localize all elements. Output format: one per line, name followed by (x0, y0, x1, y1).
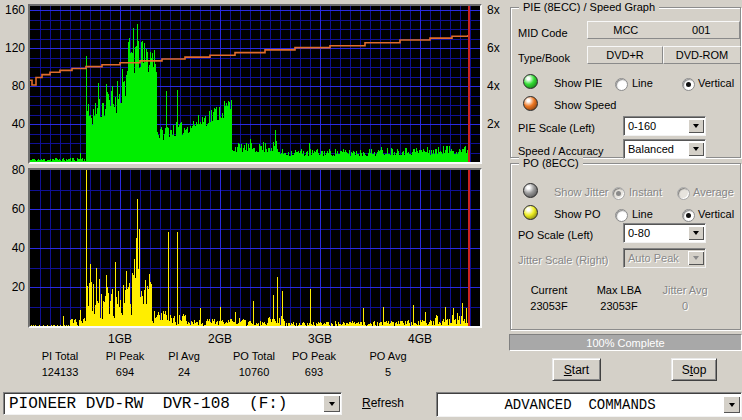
stat-po-avg: PO Avg5 (352, 350, 424, 378)
axis-tick-label: 40 (0, 117, 25, 131)
type-book-label: Type/Book (518, 52, 570, 65)
pie-speed-panel: PIE (8ECC) / Speed Graph MID Code MCC 00… (510, 7, 741, 158)
pie-line-label: Line (632, 77, 653, 90)
pie-speed-graph (28, 4, 482, 164)
po-panel: PO (8ECC) Show Jitter Instant Average Sh… (510, 163, 741, 330)
drive-select[interactable]: PIONEER DVD-RW DVR-108 (F:) (3, 392, 342, 415)
mid-code-field: MCC 001 (587, 21, 740, 39)
stat-value: 124133 (24, 366, 96, 378)
pie-panel-title: PIE (8ECC) / Speed Graph (519, 1, 659, 13)
refresh-button[interactable]: Refresh (362, 396, 404, 410)
axis-tick-label: 80 (0, 163, 25, 177)
mid-code-number: 001 (664, 24, 740, 36)
axis-tick-label: 20 (0, 280, 25, 294)
axis-tick-label: 60 (0, 202, 25, 216)
stop-button-label: Stop (682, 363, 707, 377)
po-scale-value: 0-80 (624, 227, 688, 239)
speed-accuracy-value: Balanced (624, 143, 688, 155)
speed-accuracy-select[interactable]: Balanced (623, 139, 706, 159)
current-label: Current (518, 284, 580, 297)
stat-value: 693 (278, 366, 350, 378)
chevron-down-icon[interactable] (688, 226, 704, 240)
progress-text: 100% Complete (586, 337, 664, 349)
chevron-down-icon[interactable] (323, 395, 340, 412)
chevron-down-icon (688, 251, 704, 265)
mid-code-label: MID Code (518, 27, 568, 40)
axis-tick-label: 40 (0, 241, 25, 255)
po-vertical-label: Vertical (698, 208, 734, 221)
stat-label: PO Peak (278, 350, 350, 362)
stop-button[interactable]: Stop (671, 358, 717, 381)
start-button-label: Start (564, 363, 589, 377)
jitter-avg-label: Jitter Avg (654, 284, 716, 297)
pie-scale-value: 0-160 (624, 120, 688, 132)
po-panel-title: PO (8ECC) (519, 157, 583, 169)
show-pie-label: Show PIE (554, 77, 602, 90)
stat-po-peak: PO Peak693 (278, 350, 350, 378)
stat-pi-total: PI Total124133 (24, 350, 96, 378)
jitter-scale-label: Jitter Scale (Right) (518, 254, 608, 267)
advanced-commands-value: ADVANCED COMMANDS (437, 397, 723, 413)
axis-tick-label: 4x (487, 79, 517, 93)
pie-vertical-label: Vertical (698, 77, 734, 90)
po-line-label: Line (632, 208, 653, 221)
jitter-instant-label: Instant (629, 186, 662, 199)
show-speed-led-icon[interactable] (523, 96, 538, 111)
show-po-led-icon[interactable] (523, 205, 538, 220)
disc-type-field: DVD+R (587, 46, 663, 64)
current-value: 23053F (518, 300, 580, 313)
stat-value: 5 (352, 366, 424, 378)
start-button[interactable]: Start (552, 358, 601, 381)
po-vertical-radio[interactable] (682, 209, 695, 222)
axis-tick-label: 160 (0, 3, 25, 17)
pie-line-radio[interactable] (615, 78, 628, 91)
po-graph (28, 168, 482, 328)
axis-tick-label: 6x (487, 41, 517, 55)
axis-tick-label: 120 (0, 41, 25, 55)
show-jitter-label: Show Jitter (554, 186, 608, 199)
max-lba-value: 23053F (588, 300, 650, 313)
chevron-down-icon[interactable] (688, 142, 704, 156)
stat-label: PO Avg (352, 350, 424, 362)
pie-scale-label: PIE Scale (Left) (518, 122, 595, 135)
axis-tick-label: 80 (0, 79, 25, 93)
stat-label: PI Total (24, 350, 96, 362)
axis-tick-label: 4GB (400, 332, 440, 346)
show-po-label: Show PO (554, 208, 600, 221)
show-speed-label: Show Speed (554, 99, 616, 112)
show-pie-led-icon[interactable] (523, 74, 538, 89)
jitter-instant-radio (612, 187, 625, 200)
mid-code-vendor: MCC (588, 24, 664, 36)
disc-type-value: DVD+R (588, 49, 662, 61)
jitter-scale-select: Auto Peak (623, 248, 706, 268)
pie-scale-select[interactable]: 0-160 (623, 116, 706, 136)
advanced-commands-select[interactable]: ADVANCED COMMANDS (436, 392, 742, 417)
chevron-down-icon[interactable] (688, 119, 704, 133)
axis-tick-label: 2x (487, 117, 517, 131)
po-scale-label: PO Scale (Left) (518, 229, 593, 242)
axis-tick-label: 8x (487, 3, 517, 17)
stat-label: PI Avg (148, 350, 220, 362)
book-type-value: DVD-ROM (664, 49, 740, 61)
po-line-radio[interactable] (615, 209, 628, 222)
drive-select-value: PIONEER DVD-RW DVR-108 (F:) (4, 395, 323, 413)
axis-tick-label: 2GB (200, 332, 240, 346)
axis-tick-label: 3GB (300, 332, 340, 346)
jitter-scale-value: Auto Peak (624, 252, 688, 264)
pie-vertical-radio[interactable] (682, 78, 695, 91)
scan-application-window: PIE (8ECC) / Speed Graph MID Code MCC 00… (0, 0, 742, 420)
jitter-avg-value: 0 (654, 300, 716, 313)
book-type-field: DVD-ROM (663, 46, 741, 64)
chevron-down-icon[interactable] (723, 396, 740, 413)
jitter-average-radio (677, 187, 690, 200)
scan-progress-bar: 100% Complete (509, 334, 742, 351)
show-jitter-led-icon (523, 183, 538, 198)
axis-tick-label: 1GB (100, 332, 140, 346)
stat-pi-avg: PI Avg24 (148, 350, 220, 378)
po-scale-select[interactable]: 0-80 (623, 223, 706, 243)
jitter-average-label: Average (693, 186, 734, 199)
stat-value: 24 (148, 366, 220, 378)
max-lba-label: Max LBA (588, 284, 650, 297)
